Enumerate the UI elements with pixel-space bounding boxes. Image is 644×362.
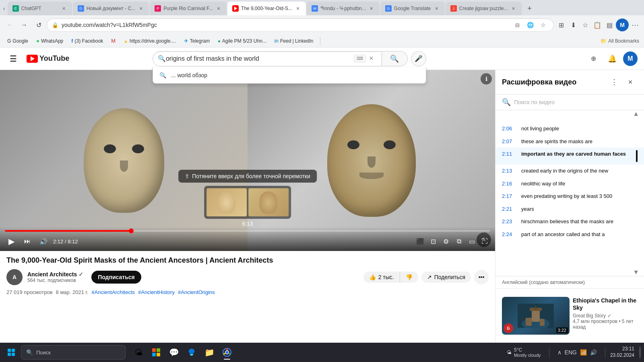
transcript-entry-206[interactable]: 2:06 not living people [495, 122, 644, 135]
subtitles-button[interactable]: ⬛ [415, 236, 426, 247]
transcript-entry-223[interactable]: 2:23 hirschmann believes that the masks … [495, 215, 644, 228]
theater-button[interactable]: ▭ [466, 236, 477, 247]
tab-chatgpt[interactable]: C ChatGPT × [8, 2, 72, 15]
taskbar-app-chat[interactable]: 💬 [166, 344, 182, 360]
transcript-search-input[interactable] [514, 99, 638, 105]
taskbar-widgets[interactable]: 🌤 [130, 344, 147, 360]
transcript-entry-216[interactable]: 2:16 neolithic way of life [495, 177, 644, 190]
tab-google-translate[interactable]: G Google Translate × [380, 2, 445, 15]
more-actions-button[interactable]: ••• [474, 270, 489, 284]
miniplayer-button[interactable]: ⧉ [453, 236, 464, 247]
volume-icon[interactable]: 🔊 [590, 349, 597, 356]
chapters-button[interactable]: ⊡ [427, 236, 439, 247]
show-desktop-button[interactable] [639, 346, 641, 359]
weather-widget[interactable]: 🌤 5°C Mostly cloudy [507, 347, 541, 358]
transcript-entry-221[interactable]: 2:21 years [495, 203, 644, 216]
tab-purple-rio[interactable]: P Purple Rio Carnival F... × [150, 2, 227, 15]
extensions-icon[interactable]: ⊞ [555, 19, 567, 31]
search-box[interactable]: 🔍 ⌨ × [153, 51, 382, 66]
suggestion-item-world-obzor[interactable]: 🔍 ... world обзор [153, 69, 426, 82]
dislike-button[interactable]: 👎 [400, 272, 418, 283]
bookmark-agile[interactable]: ● Agile PM 5/23 Uhn... [215, 37, 269, 45]
chevron-up-icon[interactable]: ∧ [557, 349, 561, 356]
bookmark-facebook[interactable]: f (3) Facebook [69, 37, 105, 45]
hamburger-menu-button[interactable]: ☰ [6, 51, 20, 67]
search-clear-button[interactable]: × [366, 54, 377, 63]
all-bookmarks[interactable]: 📁 All Bookmarks [601, 38, 639, 44]
taskbar-clock[interactable]: 23:11 23.02.2024 [610, 346, 634, 358]
subscribe-button[interactable]: Подписаться [91, 271, 141, 284]
taskbar-app-msstore[interactable] [148, 344, 164, 360]
forward-button[interactable]: → [18, 19, 31, 31]
taskbar-search-box[interactable]: 🔍 Поиск [21, 345, 126, 360]
voice-search-button[interactable]: 🎤 [411, 51, 426, 66]
tab-google-translate-close[interactable]: × [433, 5, 440, 12]
next-button[interactable]: ⏭ [21, 235, 34, 248]
start-button[interactable] [3, 344, 19, 360]
sidebar-icon[interactable]: ▤ [604, 19, 615, 31]
taskbar-app-files[interactable]: 📁 [201, 344, 217, 360]
favorites-icon[interactable]: ☆ [580, 19, 591, 31]
tab-new-doc[interactable]: D Новый документ - С... × [73, 2, 149, 15]
tab-scroll-left[interactable]: ‹ [2, 4, 7, 13]
taskbar-app-chrome[interactable] [219, 344, 235, 360]
youtube-logo[interactable]: YouTube [27, 54, 69, 63]
fullscreen-button[interactable]: ⛶ [479, 236, 490, 247]
taskbar-app-edge[interactable] [184, 344, 200, 360]
collections-icon[interactable]: 📋 [592, 19, 603, 31]
tab-jigsaw-close[interactable]: × [510, 5, 517, 12]
lang-label[interactable]: ENG [565, 349, 577, 356]
translate-icon[interactable]: 🌐 [524, 19, 536, 31]
search-input[interactable] [166, 55, 354, 62]
settings-button[interactable]: ⚙ [440, 236, 452, 247]
bookmark-drive[interactable]: ▲ https://drive.google.... [121, 37, 178, 45]
star-icon[interactable]: ☆ [537, 19, 549, 31]
transcript-close-button[interactable]: × [623, 75, 638, 89]
download-icon[interactable]: ⬇ [568, 19, 579, 31]
address-bar[interactable]: 🔒 youtube.com/watch?v=L1kRfW5mPgc ⊟ 🌐 ☆ [47, 18, 554, 32]
play-pause-button[interactable]: ▶ [5, 235, 18, 248]
hashtag-ancient-history[interactable]: #AncientHistory [138, 289, 175, 295]
video-player[interactable]: ⇧ Потяните вверх для более точной перемо… [0, 70, 495, 251]
transcript-entry-207[interactable]: 2:07 these are spirits the masks are [495, 135, 644, 148]
address-input[interactable]: youtube.com/watch?v=L1kRfW5mPgc [62, 22, 508, 28]
tab-chatgpt-close[interactable]: × [61, 5, 67, 12]
tab-armenian[interactable]: W Պnndu - Ч֊ррhutbn... × [307, 2, 380, 15]
tab-youtube-close[interactable]: × [295, 5, 301, 12]
reader-mode-icon[interactable]: ⊟ [512, 19, 523, 31]
create-button[interactable]: ⊕ [586, 51, 601, 66]
scroll-down-icon[interactable]: ▼ [633, 269, 639, 276]
notifications-button[interactable]: 🔔 [605, 51, 620, 66]
transcript-entry-213[interactable]: 2:13 created early in the origins of the… [495, 165, 644, 177]
channel-avatar[interactable]: A [6, 269, 23, 285]
tab-armenian-close[interactable]: × [368, 5, 375, 12]
bookmark-linkedin[interactable]: in Feed | LinkedIn [272, 37, 316, 45]
video-info-button[interactable]: ℹ [481, 73, 492, 84]
more-menu-icon[interactable]: ⋯ [630, 19, 641, 31]
suggested-video-ethiopia[interactable]: 3:22 G Ethiopia's Chapel in the Sky Grea… [495, 292, 644, 339]
hashtag-ancient-architects[interactable]: #AncientArchitects [91, 289, 135, 295]
transcript-entry-217[interactable]: 2:17 even predating writing by at least … [495, 190, 644, 203]
tab-youtube-video[interactable]: The 9,000-Year-Old-S... × [227, 2, 306, 15]
share-button[interactable]: ↗ Поделиться [421, 272, 471, 283]
bookmark-gmail[interactable]: M [109, 37, 118, 45]
new-tab-button[interactable]: + [524, 3, 535, 14]
transcript-more-button[interactable]: ⋮ [607, 75, 621, 89]
search-submit-button[interactable]: 🔍 [382, 51, 408, 66]
scroll-up-icon[interactable]: ▲ [633, 110, 639, 117]
browser-profile-avatar[interactable]: M [616, 19, 629, 31]
like-button[interactable]: 👍 2 тыс. [363, 272, 400, 283]
transcript-entry-224[interactable]: 2:24 part of an ancestor called and that… [495, 228, 644, 241]
tab-purple-rio-close[interactable]: × [215, 5, 222, 12]
bookmark-google[interactable]: G Google [5, 37, 31, 45]
network-icon[interactable]: 📶 [580, 349, 587, 356]
progress-bar[interactable] [5, 230, 490, 232]
tab-new-doc-close[interactable]: × [138, 5, 144, 12]
reload-button[interactable]: ↺ [32, 19, 45, 31]
mute-button[interactable]: 🔊 [37, 235, 50, 248]
bookmark-telegram[interactable]: ✈ Telegram [182, 37, 212, 45]
hashtag-ancient-origins[interactable]: #AncientOrigins [178, 289, 215, 295]
youtube-account-avatar[interactable]: M [623, 51, 638, 66]
channel-name[interactable]: Ancient Architects [27, 271, 77, 278]
bookmark-whatsapp[interactable]: ● WhatsApp [34, 37, 66, 45]
